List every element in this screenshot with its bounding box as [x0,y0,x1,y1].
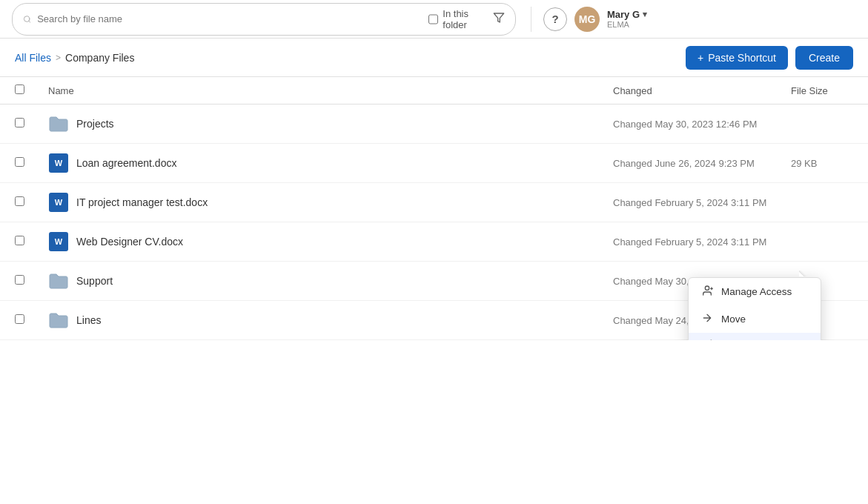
context-menu-item-move[interactable]: Move [689,305,821,333]
paste-shortcut-label: Paste Shortcut [708,52,776,64]
row-checkbox[interactable] [15,275,24,285]
word-icon: W [48,153,69,173]
row-name: Web Designer CV.docx [76,236,183,248]
user-name: Mary G ▾ [607,9,647,20]
table-row[interactable]: WWeb Designer CV.docxChanged February 5,… [0,222,868,262]
user-area: ? MG Mary G ▾ ELMA [531,7,647,32]
row-checkbox-cell [0,105,36,144]
folder-icon [48,271,69,291]
row-checkbox[interactable] [15,314,24,324]
avatar: MG [574,7,600,32]
search-input[interactable] [37,13,423,24]
row-name: Projects [76,118,114,130]
breadcrumb: All Files > Company Files [15,52,134,64]
row-checkbox-cell [0,144,36,183]
row-checkbox[interactable] [15,236,24,245]
search-icon [23,14,31,24]
row-name-cell: Lines [36,301,601,340]
row-name-cell: WWeb Designer CV.docx [36,222,601,262]
row-name-cell: Support [36,262,601,301]
row-checkbox-cell [0,301,36,340]
table-row[interactable]: WIT project manager test.docxChanged Feb… [0,183,868,222]
row-name: Support [76,275,113,287]
filter-icon[interactable] [493,12,505,27]
chevron-down-icon: ▾ [643,10,647,19]
row-checkbox-cell [0,183,36,222]
create-button[interactable]: Create [795,46,853,70]
manage-access-icon [700,285,714,299]
row-name: Loan agreement.docx [76,157,176,169]
row-name: IT project manager test.docx [76,196,208,208]
breadcrumb-root[interactable]: All Files [15,52,51,64]
help-button[interactable]: ? [543,7,567,31]
row-checkbox[interactable] [15,196,24,206]
context-menu: Manage AccessMoveRename↖Create ShortcutC… [688,277,821,340]
manage-access-label: Manage Access [721,286,792,297]
table-header-row: Name Changed File Size [0,77,868,105]
move-icon [700,312,714,326]
row-name: Lines [76,314,101,326]
col-size-header: File Size [779,77,868,105]
context-menu-arrow [799,271,809,276]
row-size-cell [779,222,868,262]
paste-shortcut-button[interactable]: + Paste Shortcut [686,46,788,70]
row-changed-cell: Changed February 5, 2024 3:11 PM [601,183,779,222]
paste-shortcut-plus-icon: + [698,52,703,64]
user-org: ELMA [607,20,647,29]
row-checkbox[interactable] [15,157,24,167]
row-size-cell [779,105,868,144]
col-changed-header: Changed [601,77,779,105]
rename-icon [700,339,714,340]
in-this-folder-label: In this folder [443,8,483,30]
table-row[interactable]: WLoan agreement.docxChanged June 26, 202… [0,144,868,183]
top-bar: In this folder ? MG Mary G ▾ ELMA [0,0,868,39]
context-menu-item-rename[interactable]: Rename↖ [689,333,821,340]
context-menu-item-manage-access[interactable]: Manage Access [689,278,821,305]
row-name-cell: Projects [36,105,601,144]
row-checkbox[interactable] [15,118,24,127]
main-content: Name Changed File Size ProjectsChanged M… [0,77,868,340]
select-all-checkbox[interactable] [15,84,24,94]
row-name-cell: WIT project manager test.docx [36,183,601,222]
move-label: Move [721,314,746,325]
user-info: Mary G ▾ ELMA [607,9,647,29]
in-this-folder-checkbox[interactable] [428,14,438,24]
breadcrumb-current: Company Files [65,52,134,64]
action-bar-buttons: + Paste Shortcut Create [686,46,853,70]
in-this-folder-container: In this folder [428,8,483,30]
col-name-header: Name [36,77,601,105]
folder-icon [48,310,69,331]
row-changed-cell: Changed February 5, 2024 3:11 PM [601,222,779,262]
folder-icon [48,113,69,134]
breadcrumb-separator: > [56,53,61,63]
col-checkbox-header [0,77,36,105]
row-size-cell [779,183,868,222]
row-changed-cell: Changed May 30, 2023 12:46 PM [601,105,779,144]
row-changed-cell: Changed June 26, 2024 9:23 PM [601,144,779,183]
word-icon: W [48,192,69,213]
row-size-cell: 29 KB [779,144,868,183]
svg-point-3 [705,286,709,290]
row-name-cell: WLoan agreement.docx [36,144,601,183]
svg-marker-2 [494,13,503,22]
search-box[interactable]: In this folder [12,3,516,36]
svg-line-1 [29,21,30,22]
action-bar: All Files > Company Files + Paste Shortc… [0,39,868,77]
word-icon: W [48,231,69,252]
row-checkbox-cell [0,262,36,301]
table-row[interactable]: ProjectsChanged May 30, 2023 12:46 PM [0,105,868,144]
row-checkbox-cell [0,222,36,262]
